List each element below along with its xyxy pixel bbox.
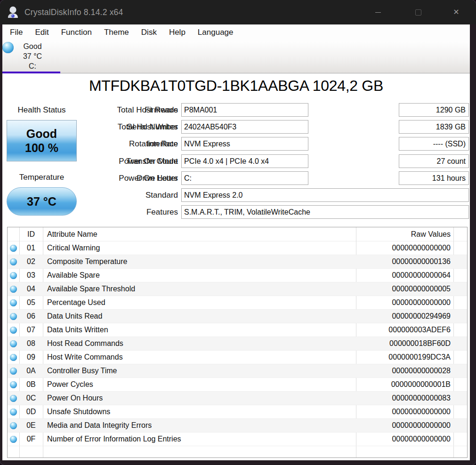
attribute-id: 0B [19, 380, 43, 389]
drive-tab-status: Good [2, 41, 63, 51]
attribute-status-orb-icon [10, 327, 17, 334]
table-row[interactable]: 0E Media and Data Integrity Errors 00000… [8, 419, 467, 433]
rotation-rate-field[interactable]: ---- (SSD) [399, 137, 469, 151]
table-row[interactable]: 01 Critical Warning 00000000000000 [8, 241, 467, 255]
titlebar: CrystalDiskInfo 8.14.2 x64 ✕ [0, 0, 476, 24]
attribute-name: Data Units Read [43, 312, 355, 321]
attribute-id: 0C [19, 394, 43, 402]
close-icon: ✕ [453, 8, 459, 16]
drive-detail-panel: MTFDKBA1T0TGD-1BK1AABGA 1024,2 GB Health… [2, 73, 470, 460]
power-on-count-field[interactable]: 27 count [399, 154, 469, 168]
drive-tab-c[interactable]: Good 37 °C C: [2, 40, 63, 73]
total-host-writes-field[interactable]: 1839 GB [399, 120, 469, 134]
menu-file[interactable]: File [10, 28, 23, 37]
table-row[interactable]: 03 Available Spare 00000000000064 [8, 269, 467, 282]
attribute-raw-value: 000000003ADEF6 [355, 326, 453, 334]
table-row[interactable]: 05 Percentage Used 00000000000000 [8, 296, 467, 310]
table-row[interactable]: 09 Host Write Commands 0000000199DC3A [8, 351, 467, 364]
menu-theme[interactable]: Theme [104, 28, 129, 37]
attribute-id: 02 [19, 257, 43, 266]
attribute-raw-value: 0000000199DC3A [355, 353, 453, 361]
total-host-reads-label: Total Host Reads [2, 103, 178, 117]
table-row[interactable]: 02 Composite Temperature 00000000000136 [8, 255, 467, 269]
attribute-id: 05 [19, 298, 43, 307]
attribute-id: 0E [19, 421, 43, 430]
menu-edit[interactable]: Edit [35, 28, 48, 37]
total-host-writes-label: Total Host Writes [2, 120, 178, 134]
table-row[interactable]: 0D Unsafe Shutdowns 00000000000000 [8, 405, 467, 419]
features-label: Features [2, 205, 178, 219]
close-button[interactable]: ✕ [445, 0, 467, 24]
attribute-status-orb-icon [10, 313, 17, 320]
col-header-attribute-name[interactable]: Attribute Name [43, 230, 355, 239]
features-field[interactable]: S.M.A.R.T., TRIM, VolatileWriteCache [181, 205, 469, 219]
standard-label: Standard [2, 188, 178, 202]
attribute-status-orb-icon [10, 354, 17, 361]
table-row[interactable]: 0F Number of Error Information Log Entri… [8, 433, 467, 446]
app-icon [6, 5, 20, 19]
attribute-status-orb-icon [10, 436, 17, 443]
attribute-raw-value: 00000000000000 [355, 421, 453, 430]
attribute-name: Unsafe Shutdowns [43, 408, 355, 416]
attribute-raw-value: 0000000000001B [355, 380, 453, 389]
table-row[interactable]: 07 Data Units Written 000000003ADEF6 [8, 323, 467, 337]
minimize-button[interactable] [367, 0, 389, 24]
attribute-name: Available Spare Threshold [43, 285, 355, 293]
menu-disk[interactable]: Disk [141, 28, 157, 37]
menu-bar: File Edit Function Theme Disk Help Langu… [2, 24, 470, 40]
attribute-status-orb-icon [10, 381, 17, 388]
attribute-name: Media and Data Integrity Errors [43, 421, 355, 430]
attribute-id: 01 [19, 244, 43, 252]
menu-language[interactable]: Language [198, 28, 234, 37]
table-row[interactable]: 0B Power Cycles 0000000000001B [8, 378, 467, 392]
attribute-status-orb-icon [10, 368, 17, 375]
attribute-id: 06 [19, 312, 43, 321]
table-row[interactable]: 04 Available Spare Threshold 00000000000… [8, 282, 467, 296]
power-on-hours-field[interactable]: 131 hours [399, 171, 469, 185]
attribute-name: Number of Error Information Log Entries [43, 435, 355, 443]
app-window: CrystalDiskInfo 8.14.2 x64 ✕ File Edit F… [0, 0, 476, 465]
total-host-reads-field[interactable]: 1290 GB [399, 103, 469, 117]
attribute-raw-value: 00000000000083 [355, 394, 453, 402]
attribute-id: 04 [19, 285, 43, 293]
attribute-raw-value: 00000000000136 [355, 257, 453, 266]
menu-help[interactable]: Help [169, 28, 186, 37]
minimize-icon [375, 12, 381, 13]
attribute-status-orb-icon [10, 340, 17, 347]
power-on-count-label: Power On Count [2, 154, 178, 168]
col-header-id[interactable]: ID [19, 230, 43, 239]
attribute-raw-value: 000000018BF60D [355, 339, 453, 348]
drive-tab-strip: Good 37 °C C: [2, 40, 470, 73]
drive-tab-letter: C: [2, 61, 63, 71]
table-row[interactable]: 0A Controller Busy Time 00000000000028 [8, 364, 467, 378]
attribute-id: 0A [19, 367, 43, 375]
attribute-status-orb-icon [10, 299, 17, 306]
table-row[interactable]: 06 Data Units Read 00000000294969 [8, 310, 467, 323]
table-body: 01 Critical Warning 00000000000000 02 Co… [8, 241, 467, 446]
attribute-name: Host Read Commands [43, 339, 355, 348]
attribute-name: Host Write Commands [43, 353, 355, 361]
attribute-status-orb-icon [10, 258, 17, 265]
attribute-id: 07 [19, 326, 43, 334]
table-row[interactable]: 08 Host Read Commands 000000018BF60D [8, 337, 467, 351]
attribute-status-orb-icon [10, 422, 17, 429]
attribute-name: Power On Hours [43, 394, 355, 402]
attribute-raw-value: 00000000000005 [355, 285, 453, 293]
attribute-raw-value: 00000000294969 [355, 312, 453, 321]
drive-tab-labels: Good 37 °C C: [2, 41, 63, 71]
attribute-raw-value: 00000000000000 [355, 408, 453, 416]
col-header-raw-values[interactable]: Raw Values [355, 230, 453, 239]
attribute-status-orb-icon [10, 286, 17, 293]
table-row[interactable]: 0C Power On Hours 00000000000083 [8, 392, 467, 405]
attribute-raw-value: 00000000000028 [355, 367, 453, 375]
maximize-button[interactable] [407, 0, 429, 24]
standard-field[interactable]: NVM Express 2.0 [181, 188, 469, 202]
attribute-name: Data Units Written [43, 326, 355, 334]
attribute-name: Composite Temperature [43, 257, 355, 266]
attribute-id: 03 [19, 271, 43, 280]
attribute-status-orb-icon [10, 245, 17, 252]
attribute-raw-value: 00000000000000 [355, 298, 453, 307]
attribute-name: Percentage Used [43, 298, 355, 307]
menu-function[interactable]: Function [61, 28, 92, 37]
attribute-status-orb-icon [10, 395, 17, 402]
